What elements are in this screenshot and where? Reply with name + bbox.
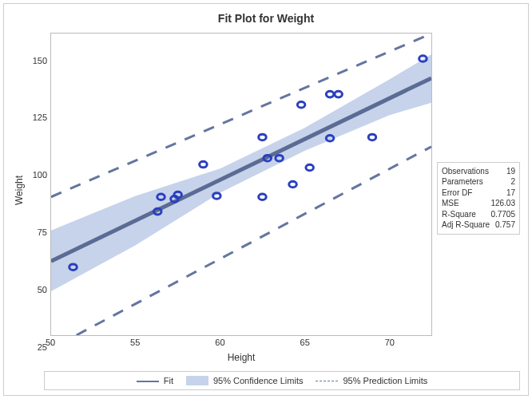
x-axis-label: Height — [50, 352, 432, 363]
y-tick: 50 — [38, 285, 47, 294]
inset-value: 0.757 — [495, 219, 515, 231]
legend: Fit 95% Confidence Limits 95% Prediction… — [44, 371, 520, 390]
chart-title: Fit Plot for Weight — [4, 12, 528, 25]
data-point — [259, 134, 267, 140]
data-point — [335, 91, 343, 97]
inset-row: Adj R-Square0.757 — [442, 219, 515, 231]
inset-row: MSE126.03 — [442, 198, 515, 209]
inset-value: 19 — [506, 166, 515, 177]
data-point — [306, 164, 314, 171]
inset-value: 17 — [506, 188, 515, 199]
legend-fit-swatch — [137, 376, 159, 385]
inset-label: Adj R-Square — [442, 219, 490, 231]
plot-svg — [51, 34, 431, 335]
x-tick: 50 — [46, 338, 55, 347]
y-tick: 100 — [33, 170, 47, 180]
inset-label: R-Square — [442, 209, 476, 220]
data-point — [326, 91, 334, 97]
inset-value: 2 — [510, 176, 515, 188]
legend-fit: Fit — [137, 376, 173, 385]
legend-pred-label: 95% Prediction Limits — [343, 376, 427, 385]
y-tick: 75 — [38, 227, 47, 237]
data-point — [419, 56, 427, 62]
data-point — [259, 194, 267, 200]
plot-wrap: 5055606570 Height — [50, 33, 432, 363]
legend-pred-swatch — [316, 376, 338, 385]
inset-row: Parameters2 — [442, 176, 515, 188]
data-point — [213, 193, 221, 200]
y-axis-ticks: 255075100125150 — [28, 33, 50, 363]
inset-row: R-Square0.7705 — [442, 209, 515, 220]
x-tick: 70 — [385, 338, 395, 347]
chart-frame: Fit Plot for Weight Weight 2550751001251… — [3, 3, 529, 396]
inset-row: Observations19 — [442, 166, 515, 177]
x-tick: 65 — [300, 338, 310, 347]
data-point — [200, 161, 208, 168]
inset-label: MSE — [442, 198, 459, 209]
data-point — [289, 181, 297, 188]
inset-row: Error DF17 — [442, 188, 515, 199]
inset-label: Observations — [442, 166, 489, 177]
confidence-band — [51, 54, 431, 291]
x-tick: 55 — [130, 338, 140, 347]
data-point — [297, 101, 305, 108]
legend-conf-swatch — [186, 376, 208, 385]
legend-conf-label: 95% Confidence Limits — [213, 376, 304, 385]
y-axis-label: Weight — [14, 191, 25, 205]
chart-body: Weight 255075100125150 5055606570 Height… — [12, 33, 520, 363]
inset-label: Parameters — [442, 176, 483, 188]
stats-inset: Observations19Parameters2Error DF17MSE12… — [437, 162, 520, 235]
legend-pred: 95% Prediction Limits — [316, 376, 427, 385]
legend-conf: 95% Confidence Limits — [186, 376, 304, 385]
x-axis-ticks: 5055606570 — [50, 336, 432, 350]
inset-value: 126.03 — [490, 198, 515, 209]
plot-area — [50, 33, 432, 336]
data-point — [368, 134, 376, 140]
inset-value: 0.7705 — [490, 209, 515, 220]
y-tick: 125 — [33, 113, 47, 122]
y-tick: 150 — [33, 56, 47, 65]
legend-fit-label: Fit — [164, 376, 173, 385]
x-tick: 60 — [215, 338, 224, 347]
fit-line — [51, 78, 431, 261]
inset-label: Error DF — [442, 188, 472, 199]
